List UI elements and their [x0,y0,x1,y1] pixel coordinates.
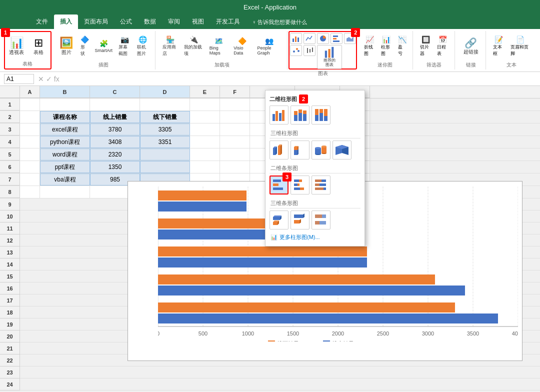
row-header-6[interactable]: 6 [0,161,20,173]
btn-table[interactable]: ⊞ 表格 [28,36,48,57]
cell-a6[interactable] [20,161,40,173]
btn-col-chart[interactable] [290,33,302,44]
btn-shape[interactable]: 🔷 形状 [78,34,91,58]
col-c[interactable]: C [90,86,140,98]
btn-recommended-chart[interactable]: 推荐的图表 [317,45,342,69]
chart-opt-3d-bar1[interactable] [270,210,288,230]
cell-d4[interactable]: 3351 [140,136,190,148]
row-header-8[interactable]: 8 [0,186,20,198]
row-header-17[interactable]: 17 [0,294,20,306]
btn-pivot[interactable]: 📊 透视表 [6,36,26,57]
btn-visio[interactable]: 🔶 Visio Data [232,36,253,56]
cell-c4[interactable]: 3408 [90,136,140,148]
cell-d2[interactable]: 线下销量 [140,111,190,123]
tab-layout[interactable]: 页面布局 [78,14,114,29]
cell-f6[interactable] [220,161,250,173]
chart-opt-clustered-col[interactable] [270,106,288,124]
cell-b5[interactable]: word课程 [40,148,90,160]
chart-type-dropdown[interactable]: 二维柱形图 2 三维柱形图 [265,90,365,246]
row-header-15[interactable]: 15 [0,270,20,282]
cell-f4[interactable] [220,136,250,148]
cell-f5[interactable] [220,148,250,160]
cell-b6[interactable]: ppt课程 [40,161,90,173]
tab-view[interactable]: 视图 [186,14,210,29]
btn-bar-chart[interactable] [330,33,342,44]
cell-b4[interactable]: python课程 [40,136,90,148]
row-header-5[interactable]: 5 [0,148,20,160]
tab-insert[interactable]: 插入 [54,14,78,29]
btn-textbox[interactable]: 📝 文本框 [491,34,506,58]
cell-c1[interactable] [90,98,140,110]
btn-sparkline-win[interactable]: 📉 盈亏 [396,34,408,58]
cell-e6[interactable] [190,161,220,173]
btn-stock-chart[interactable] [304,45,316,56]
chart-opt-3d-bar2[interactable] [290,210,310,230]
btn-store[interactable]: 🏪 应用商店 [160,34,180,58]
row-header-18[interactable]: 18 [0,306,20,318]
cell-c6[interactable]: 1350 [90,161,140,173]
row-header-10[interactable]: 10 [0,210,20,222]
tab-dev[interactable]: 开发工具 [210,14,246,29]
row-header-19[interactable]: 19 [0,318,20,330]
tab-formula[interactable]: 公式 [114,14,138,29]
btn-slicer[interactable]: 🔲 切片器 [418,34,434,58]
row-header-9[interactable]: 9 [0,198,20,210]
tab-search[interactable]: ♀ 告诉我您想要做什么 [246,16,313,29]
btn-sparkline-line[interactable]: 📈 折线图 [362,34,377,58]
cell-a4[interactable] [20,136,40,148]
cell-a2[interactable] [20,111,40,123]
btn-picture[interactable]: 🖼️ 图片 [56,36,76,57]
col-a[interactable]: A [20,86,40,98]
row-header-11[interactable]: 11 [0,222,20,234]
cell-b2[interactable]: 课程名称 [40,111,90,123]
btn-header[interactable]: 📄 页眉和页脚 [508,34,532,58]
row-header-3[interactable]: 3 [0,124,20,136]
chart-opt-3d-bar3[interactable] [312,210,330,230]
cell-d1[interactable] [140,98,190,110]
chart-opt-2d-bar3[interactable] [312,176,330,194]
cell-d3[interactable]: 3305 [140,124,190,136]
btn-people-graph[interactable]: 👥 People Graph [255,36,283,56]
btn-line-chart[interactable] [304,33,316,44]
chart-opt-stacked-col[interactable] [290,106,310,124]
cell-c2[interactable]: 线上销量 [90,111,140,123]
row-header-1[interactable]: 1 [0,98,20,110]
btn-smartart[interactable]: 🧩 SmartArt [93,38,115,54]
row-header-21[interactable]: 21 [0,342,20,354]
row-header-24[interactable]: 24 [0,378,20,390]
col-b[interactable]: B [40,86,90,98]
col-d[interactable]: D [140,86,190,98]
btn-bing[interactable]: 🗺️ Bing Maps [208,36,230,56]
btn-hyperlink[interactable]: 🔗 超链接 [461,36,481,56]
cell-b7[interactable]: vba课程 [40,174,90,186]
row-header-23[interactable]: 23 [0,366,20,378]
row-header-22[interactable]: 22 [0,354,20,366]
cell-f3[interactable] [220,124,250,136]
row-header-16[interactable]: 16 [0,282,20,294]
btn-scatter-chart[interactable] [290,45,302,56]
chart-opt-3d-col2[interactable] [290,140,310,160]
cell-c5[interactable]: 2320 [90,148,140,160]
chart-opt-3d-col1[interactable] [270,140,288,160]
tab-review[interactable]: 审阅 [162,14,186,29]
cell-a7[interactable] [20,174,40,186]
more-charts-link[interactable]: 📊 更多柱形图(M)... [270,232,360,242]
chart-opt-100-col[interactable] [312,106,330,124]
row-header-13[interactable]: 13 [0,246,20,258]
row-header-4[interactable]: 4 [0,136,20,148]
btn-screenshot[interactable]: 📷 屏幕截图 [116,34,133,58]
row-header-7[interactable]: 7 [0,174,20,186]
cell-e4[interactable] [190,136,220,148]
cell-d5[interactable] [140,148,190,160]
row-header-12[interactable]: 12 [0,234,20,246]
cell-e5[interactable] [190,148,220,160]
col-f[interactable]: F [220,86,250,98]
cell-a5[interactable] [20,148,40,160]
row-header-20[interactable]: 20 [0,330,20,342]
btn-online-pic[interactable]: 🌐 联机图片 [135,34,152,58]
btn-sparkline-col[interactable]: 📊 柱形图 [379,34,394,58]
row-header-14[interactable]: 14 [0,258,20,270]
cell-f2[interactable] [220,111,250,123]
chart-opt-3d-col4[interactable] [332,140,352,160]
btn-timeline[interactable]: 📅 日程表 [435,34,450,58]
